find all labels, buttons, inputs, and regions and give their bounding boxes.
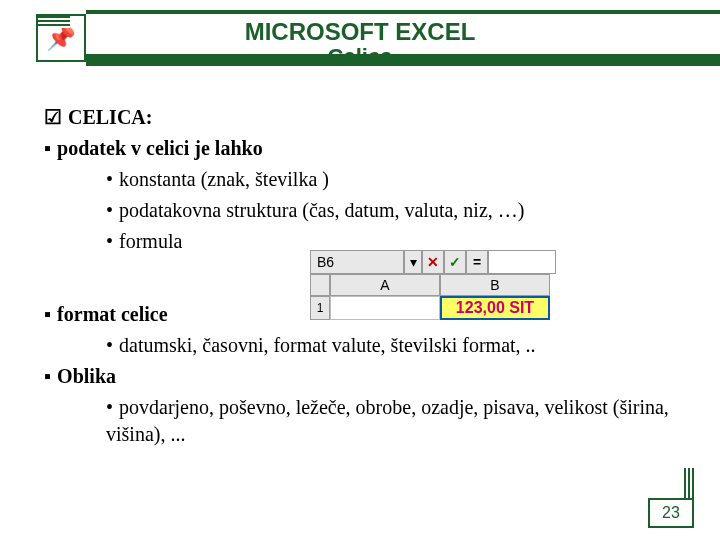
checkmark-icon: ☑	[44, 106, 62, 128]
text-sub2: podatakovna struktura (čas, datum, valut…	[119, 199, 524, 221]
bullet-icon: •	[106, 168, 113, 190]
text-format: format celice	[57, 303, 167, 325]
text-sub5: povdarjeno, poševno, ležeče, obrobe, oza…	[106, 396, 669, 445]
text-celica: CELICA:	[68, 106, 152, 128]
sub1: •konstanta (znak, številka )	[44, 166, 676, 193]
chevron-down-icon[interactable]: ▾	[404, 250, 422, 274]
page-number: 23	[648, 498, 694, 528]
bullet-icon: •	[106, 334, 113, 356]
sub5: •povdarjeno, poševno, ležeče, obrobe, oz…	[44, 394, 676, 448]
pushpin-icon: 📌	[46, 24, 76, 52]
text-podatek: podatek v celici je lahko	[57, 137, 263, 159]
square-icon: ▪	[44, 137, 51, 159]
cancel-icon[interactable]: ✕	[422, 250, 444, 274]
line-podatek: ▪podatek v celici je lahko	[44, 135, 676, 162]
title-app: MICROSOFT EXCEL	[0, 18, 720, 46]
bullet-icon: •	[106, 199, 113, 221]
text-sub1: konstanta (znak, številka )	[119, 168, 329, 190]
square-icon: ▪	[44, 303, 51, 325]
bullet-icon: •	[106, 230, 113, 252]
accept-icon[interactable]: ✓	[444, 250, 466, 274]
page-number-wrap: 23	[648, 498, 694, 528]
slide-header: MICROSOFT EXCEL Celica 📌	[0, 0, 720, 82]
logo-stripes	[38, 16, 70, 28]
excel-snippet: B6 ▾ ✕ ✓ = A B 1 123,00 SIT	[310, 250, 556, 320]
line-celica: ☑CELICA:	[44, 104, 676, 131]
formula-bar: B6 ▾ ✕ ✓ =	[310, 250, 556, 274]
grid-row-1: 1 123,00 SIT	[310, 296, 556, 320]
header-rule	[86, 10, 720, 14]
cell-b1[interactable]: 123,00 SIT	[440, 296, 550, 320]
text-oblika: Oblika	[57, 365, 116, 387]
text-sub3: formula	[119, 230, 182, 252]
sub2: •podatakovna struktura (čas, datum, valu…	[44, 197, 676, 224]
cell-a1[interactable]	[330, 296, 440, 320]
slide-logo: 📌	[36, 14, 86, 62]
square-icon: ▪	[44, 365, 51, 387]
bullet-icon: •	[106, 396, 113, 418]
select-all-corner[interactable]	[310, 274, 330, 296]
header-band	[86, 54, 720, 66]
col-header-a[interactable]: A	[330, 274, 440, 296]
name-box[interactable]: B6	[310, 250, 404, 274]
text-sub4: datumski, časovni, format valute, števil…	[119, 334, 536, 356]
row-header-1[interactable]: 1	[310, 296, 330, 320]
column-headers: A B	[310, 274, 556, 296]
line-oblika: ▪Oblika	[44, 363, 676, 390]
formula-input[interactable]	[488, 250, 556, 274]
sub4: •datumski, časovni, format valute, števi…	[44, 332, 676, 359]
equals-icon[interactable]: =	[466, 250, 488, 274]
col-header-b[interactable]: B	[440, 274, 550, 296]
page-stripes	[684, 468, 694, 498]
